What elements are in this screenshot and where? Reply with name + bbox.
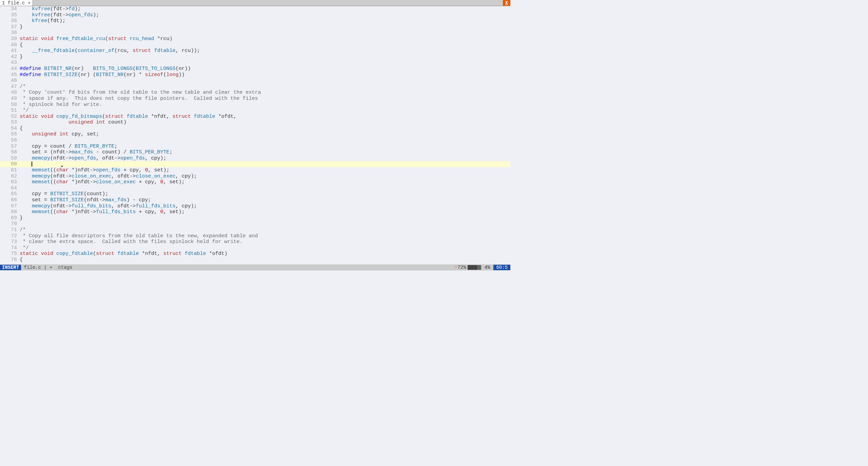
code-line[interactable]: 35 kvfree(fdt->open_fds); bbox=[0, 12, 510, 18]
code-line[interactable]: 62 memcpy(nfdt->close_on_exec, ofdt->clo… bbox=[0, 173, 510, 180]
code-line[interactable]: 61 memset((char *)nfdt->open_fds + cpy, … bbox=[0, 167, 510, 173]
line-text[interactable]: { bbox=[20, 126, 510, 132]
code-line[interactable]: 57 cpy = count / BITS_PER_BYTE; bbox=[0, 144, 510, 150]
code-line[interactable]: 34 kvfree(fdt->fd); bbox=[0, 6, 510, 12]
code-line[interactable]: 75static void copy_fdtable(struct fdtabl… bbox=[0, 251, 510, 257]
code-line[interactable]: 52static void copy_fd_bitmaps(struct fdt… bbox=[0, 114, 510, 120]
code-line[interactable]: 44#define BITBIT_NR(nr) BITS_TO_LONGS(BI… bbox=[0, 66, 510, 72]
line-text[interactable] bbox=[20, 30, 510, 36]
cursor-pos: 60:5 bbox=[493, 265, 510, 270]
code-line[interactable]: 59 memcpy(nfdt->open_fds, ofdt->open_fds… bbox=[0, 155, 510, 162]
line-text[interactable]: * space if any. This does not copy the f… bbox=[20, 96, 510, 102]
code-line[interactable]: 40{ bbox=[0, 42, 510, 48]
line-text[interactable] bbox=[20, 221, 510, 227]
code-line[interactable]: 46 bbox=[0, 78, 510, 84]
code-line[interactable]: 45#define BITBIT_SIZE(nr) (BITBIT_NR(nr)… bbox=[0, 72, 510, 78]
code-line[interactable]: 69} bbox=[0, 215, 510, 221]
line-text[interactable]: */ bbox=[20, 245, 510, 251]
line-text[interactable]: * Copy all file descriptors from the old… bbox=[20, 233, 510, 239]
line-text[interactable]: kvfree(fdt->open_fds); bbox=[20, 12, 510, 18]
code-line[interactable]: 65 cpy = BITBIT_SIZE(count); bbox=[0, 191, 510, 197]
line-text[interactable]: */ bbox=[20, 108, 510, 114]
code-line[interactable]: 76{ bbox=[0, 257, 510, 263]
code-line[interactable]: 41 __free_fdtable(container_of(rcu, stru… bbox=[0, 48, 510, 54]
line-text[interactable]: static void copy_fdtable(struct fdtable … bbox=[20, 251, 510, 257]
line-number: 68 bbox=[0, 209, 20, 215]
line-number: 49 bbox=[0, 96, 20, 102]
line-number: 45 bbox=[0, 72, 20, 78]
line-number: 44 bbox=[0, 66, 20, 72]
code-line[interactable]: 71/* bbox=[0, 227, 510, 233]
line-number: 69 bbox=[0, 215, 20, 221]
line-text[interactable]: #define BITBIT_NR(nr) BITS_TO_LONGS(BITS… bbox=[20, 66, 510, 72]
code-line[interactable]: 48 * Copy 'count' fd bits from the old t… bbox=[0, 90, 510, 96]
line-text[interactable]: memcpy(nfdt->open_fds, ofdt->open_fds, c… bbox=[20, 155, 510, 162]
code-line[interactable]: 68 memset((char *)nfdt->full_fds_bits + … bbox=[0, 209, 510, 215]
line-text[interactable]: set = BITBIT_SIZE(nfdt->max_fds) - cpy; bbox=[20, 197, 510, 203]
code-line[interactable]: 37} bbox=[0, 24, 510, 30]
line-text[interactable]: } bbox=[20, 24, 510, 30]
code-line[interactable]: 39static void free_fdtable_rcu(struct rc… bbox=[0, 36, 510, 42]
line-text[interactable]: /* bbox=[20, 84, 510, 90]
code-line[interactable]: 63 memset((char *)nfdt->close_on_exec + … bbox=[0, 179, 510, 185]
code-line[interactable]: 51 */ bbox=[0, 108, 510, 114]
line-text[interactable] bbox=[20, 161, 510, 167]
code-editor[interactable]: 34 kvfree(fdt->fd);35 kvfree(fdt->open_f… bbox=[0, 6, 510, 264]
code-line[interactable]: 36 kfree(fdt); bbox=[0, 18, 510, 24]
line-text[interactable]: { bbox=[20, 257, 510, 263]
line-text[interactable]: memset((char *)nfdt->full_fds_bits + cpy… bbox=[20, 209, 510, 215]
line-text[interactable]: cpy = count / BITS_PER_BYTE; bbox=[20, 144, 510, 150]
line-text[interactable] bbox=[20, 78, 510, 84]
code-line[interactable]: 56 bbox=[0, 137, 510, 144]
code-line[interactable]: 38 bbox=[0, 30, 510, 36]
heart-icon: ♡ bbox=[454, 265, 457, 271]
line-text[interactable]: memcpy(nfdt->full_fds_bits, ofdt->full_f… bbox=[20, 203, 510, 209]
line-text[interactable]: #define BITBIT_SIZE(nr) (BITBIT_NR(nr) *… bbox=[20, 72, 510, 78]
line-text[interactable]: { bbox=[20, 42, 510, 48]
battery-pct: 72% bbox=[457, 265, 467, 270]
line-text[interactable]: } bbox=[20, 215, 510, 221]
code-line[interactable]: 42} bbox=[0, 54, 510, 60]
line-text[interactable]: unsigned int count) bbox=[20, 119, 510, 126]
line-text[interactable]: memset((char *)nfdt->open_fds + cpy, 0, … bbox=[20, 167, 510, 173]
code-line[interactable]: 72 * Copy all file descriptors from the … bbox=[0, 233, 510, 239]
code-line[interactable]: 70 bbox=[0, 221, 510, 227]
line-text[interactable]: /* bbox=[20, 227, 510, 233]
tab-file[interactable]: 1 file.c + bbox=[0, 0, 33, 6]
line-text[interactable]: } bbox=[20, 54, 510, 60]
line-number: 36 bbox=[0, 18, 20, 24]
line-text[interactable]: memcpy(nfdt->close_on_exec, ofdt->close_… bbox=[20, 173, 510, 180]
code-line[interactable]: 58 set = (nfdt->max_fds - count) / BITS_… bbox=[0, 149, 510, 155]
code-line[interactable]: 60 bbox=[0, 161, 510, 167]
line-text[interactable]: cpy = BITBIT_SIZE(count); bbox=[20, 191, 510, 197]
code-line[interactable]: 50 * spinlock held for write. bbox=[0, 102, 510, 108]
line-text[interactable]: static void free_fdtable_rcu(struct rcu_… bbox=[20, 36, 510, 42]
line-text[interactable]: * Copy 'count' fd bits from the old tabl… bbox=[20, 90, 510, 96]
code-line[interactable]: 54{ bbox=[0, 126, 510, 132]
line-text[interactable]: static void copy_fd_bitmaps(struct fdtab… bbox=[20, 114, 510, 120]
code-line[interactable]: 53 unsigned int count) bbox=[0, 119, 510, 126]
line-text[interactable]: unsigned int cpy, set; bbox=[20, 131, 510, 137]
code-line[interactable]: 64 bbox=[0, 185, 510, 191]
line-text[interactable]: kvfree(fdt->fd); bbox=[20, 6, 510, 12]
line-text[interactable] bbox=[20, 60, 510, 66]
line-text[interactable]: memset((char *)nfdt->close_on_exec + cpy… bbox=[20, 179, 510, 185]
line-text[interactable] bbox=[20, 137, 510, 144]
line-text[interactable]: * spinlock held for write. bbox=[20, 102, 510, 108]
line-text[interactable]: * clear the extra space. Called with the… bbox=[20, 239, 510, 245]
code-line[interactable]: 47/* bbox=[0, 84, 510, 90]
code-line[interactable]: 73 * clear the extra space. Called with … bbox=[0, 239, 510, 245]
code-line[interactable]: 55 unsigned int cpy, set; bbox=[0, 131, 510, 137]
code-line[interactable]: 43 bbox=[0, 60, 510, 66]
code-line[interactable]: 66 set = BITBIT_SIZE(nfdt->max_fds) - cp… bbox=[0, 197, 510, 203]
line-text[interactable]: set = (nfdt->max_fds - count) / BITS_PER… bbox=[20, 149, 510, 155]
code-line[interactable]: 74 */ bbox=[0, 245, 510, 251]
tab-modified: + bbox=[28, 0, 31, 6]
line-number: 58 bbox=[0, 149, 20, 155]
line-text[interactable] bbox=[20, 185, 510, 191]
line-text[interactable]: kfree(fdt); bbox=[20, 18, 510, 24]
code-line[interactable]: 67 memcpy(nfdt->full_fds_bits, ofdt->ful… bbox=[0, 203, 510, 209]
code-line[interactable]: 49 * space if any. This does not copy th… bbox=[0, 96, 510, 102]
line-text[interactable]: __free_fdtable(container_of(rcu, struct … bbox=[20, 48, 510, 54]
tab-close-button[interactable]: X bbox=[503, 0, 510, 6]
